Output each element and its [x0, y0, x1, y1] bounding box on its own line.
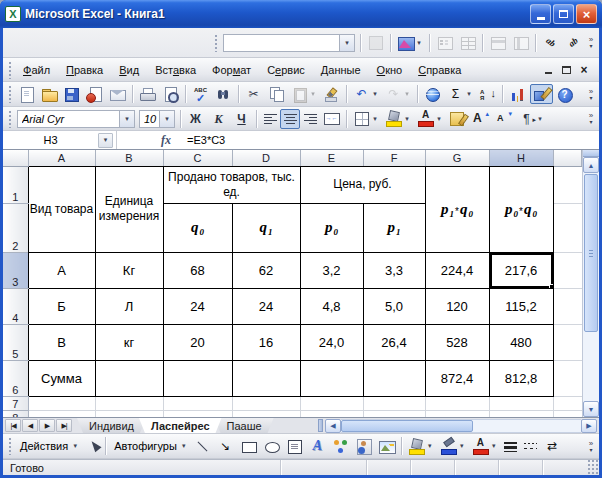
cell-A3[interactable]: А [28, 252, 95, 288]
select-objects-button[interactable] [82, 436, 102, 456]
resize-grip[interactable] [586, 460, 599, 475]
cell-H7[interactable] [489, 396, 553, 410]
line-style-button[interactable] [501, 436, 521, 456]
name-box[interactable]: H3 [3, 131, 98, 149]
cell-C5[interactable]: 20 [163, 324, 232, 360]
column-header-F[interactable]: F [363, 150, 425, 166]
minimize-button[interactable] [530, 4, 551, 24]
cell-A7[interactable] [28, 396, 95, 410]
textbox-button[interactable] [283, 436, 306, 456]
format-painter-button[interactable] [320, 84, 343, 104]
cell-G3[interactable]: 224,4 [425, 252, 489, 288]
arrow-style-button[interactable]: ⇄ [541, 436, 564, 456]
row-header-3[interactable]: 3 [3, 252, 28, 288]
row-header-8[interactable]: 8 [3, 410, 28, 417]
cell-D3[interactable]: 62 [232, 252, 300, 288]
borders-button[interactable]: ▾ [350, 109, 382, 129]
merge-center-button[interactable] [320, 109, 343, 129]
new-button[interactable] [15, 84, 38, 104]
save-button[interactable] [60, 84, 83, 104]
help-button[interactable] [553, 84, 576, 104]
column-header-D[interactable]: D [232, 150, 300, 166]
cell-B7[interactable] [95, 396, 163, 410]
cell-D6[interactable] [232, 360, 300, 396]
select-all-corner[interactable] [3, 150, 28, 166]
menu-format[interactable]: Формат [204, 60, 259, 80]
sort-ascending-button[interactable] [476, 84, 499, 104]
cell-I7[interactable] [553, 396, 582, 410]
vertical-scroll-thumb[interactable] [584, 174, 598, 332]
cell-B4[interactable]: Л [95, 288, 163, 324]
cell-G1[interactable]: p1*q0 [425, 166, 489, 252]
column-header-H[interactable]: H [489, 150, 553, 166]
cell-E6[interactable] [300, 360, 363, 396]
next-sheet-button[interactable]: ▶ [39, 419, 55, 432]
font-size-combo-dropdown-icon[interactable]: ▾ [159, 111, 174, 127]
name-box-dropdown-icon[interactable]: ▾ [98, 133, 113, 148]
draw-font-color-button[interactable]: ▾ [469, 436, 501, 456]
cell-F6[interactable] [363, 360, 425, 396]
arrow-button[interactable]: ↘ [214, 436, 237, 456]
cell-I8[interactable] [553, 410, 582, 417]
font-name-combo[interactable]: Arial Cyr▾ [17, 110, 135, 128]
redo-button[interactable]: ↷▾ [382, 84, 414, 104]
line-button[interactable] [191, 436, 214, 456]
column-header-G[interactable]: G [425, 150, 489, 166]
scroll-up-button[interactable]: ▲ [583, 157, 599, 173]
cell-H8[interactable] [489, 410, 553, 417]
row-header-1[interactable]: 1 [3, 166, 28, 203]
autosum-button[interactable]: Σ▾ [444, 84, 476, 104]
standard-toolbar-options-button[interactable]: »▾ [585, 83, 597, 105]
diagram-button[interactable] [329, 436, 352, 456]
cell-H4[interactable]: 115,2 [489, 288, 553, 324]
cell-I5[interactable] [553, 324, 582, 360]
title-bar[interactable]: X Microsoft Excel - Книга1 × [0, 0, 602, 28]
cell-E4[interactable]: 4,8 [300, 288, 363, 324]
cell-B1[interactable]: Единица измерения [95, 166, 163, 252]
legend-button[interactable] [433, 33, 456, 53]
clipart-button[interactable] [352, 436, 375, 456]
align-left-button[interactable] [260, 109, 280, 129]
shape-fill-color-button[interactable]: ▾ [405, 436, 437, 456]
row-header-6[interactable]: 6 [3, 360, 28, 396]
data-table-button[interactable] [456, 33, 479, 53]
cell-C7[interactable] [163, 396, 232, 410]
cell-G6[interactable]: 872,4 [425, 360, 489, 396]
fill-handle[interactable] [549, 284, 554, 289]
row-header-2[interactable]: 2 [3, 203, 28, 252]
cell-E2[interactable]: p0 [300, 203, 363, 252]
cell-D2[interactable]: q1 [232, 203, 300, 252]
cell-G4[interactable]: 120 [425, 288, 489, 324]
split-handle[interactable] [583, 150, 599, 157]
menu-help[interactable]: Справка [410, 60, 469, 80]
chart-toolbar-options-button[interactable]: »▾ [585, 29, 597, 55]
cell-C8[interactable] [163, 410, 232, 417]
column-header-B[interactable]: B [95, 150, 163, 166]
toolbar-grip[interactable] [8, 85, 12, 103]
tab-split-handle[interactable] [318, 419, 323, 432]
workbook-restore-button[interactable] [557, 62, 575, 77]
cell-H6[interactable]: 812,8 [489, 360, 553, 396]
hyperlink-button[interactable] [421, 84, 444, 104]
drawing-toolbar-options-button[interactable]: »▾ [585, 435, 597, 457]
cell-D4[interactable]: 24 [232, 288, 300, 324]
decrease-font-button[interactable] [492, 109, 515, 129]
format-cells-button[interactable] [446, 109, 469, 129]
cell-E1[interactable]: Цена, руб. [300, 166, 425, 203]
formula-input[interactable]: =E3*C3 [187, 134, 225, 146]
cell-C4[interactable]: 24 [163, 288, 232, 324]
row-header-5[interactable]: 5 [3, 324, 28, 360]
chart-type-button[interactable]: ▾ [394, 33, 426, 53]
vertical-scroll-track[interactable] [583, 333, 599, 401]
toolbar-grip[interactable] [8, 437, 12, 455]
fill-color-button[interactable]: ▾ [382, 109, 414, 129]
cell-C3[interactable]: 68 [163, 252, 232, 288]
oval-button[interactable] [260, 436, 283, 456]
align-right-button[interactable] [300, 109, 320, 129]
sheet-tab-laspeyres[interactable]: Ласпейрес [139, 418, 222, 433]
cell-I4[interactable] [553, 288, 582, 324]
insert-function-button[interactable]: fx [155, 134, 177, 146]
chart-wizard-button[interactable] [506, 84, 530, 104]
cell-A4[interactable]: Б [28, 288, 95, 324]
toolbar-grip[interactable] [8, 61, 12, 79]
